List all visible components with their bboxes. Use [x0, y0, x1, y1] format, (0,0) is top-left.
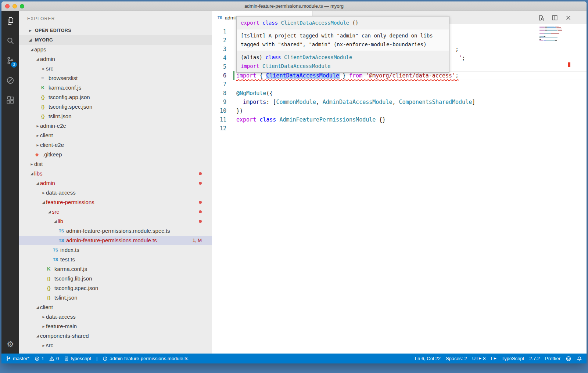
status-cursor-position[interactable]: Ln 6, Col 22 [415, 356, 441, 361]
ts-file-icon: TS [218, 16, 222, 20]
line-number-6[interactable]: 6 [212, 71, 226, 80]
chevron-expanded-icon: ◢ [29, 45, 34, 54]
tree-folder-apps[interactable]: ◢apps [19, 45, 212, 54]
hovered-symbol-link[interactable]: ClientDataAccessModule [266, 72, 339, 79]
minimap-row [539, 42, 563, 43]
branch-icon [6, 356, 11, 361]
minimap-segment [555, 40, 557, 41]
tree-file-.gitkeep[interactable]: ◆.gitkeep [19, 150, 212, 159]
tree-folder-src[interactable]: ◢src [19, 207, 212, 217]
line-number-7[interactable]: 7 [212, 80, 226, 89]
split-editor-icon[interactable] [551, 14, 558, 21]
tree-file-tsconfig.spec.json[interactable]: {}tsconfig.spec.json [19, 102, 212, 112]
close-editor-icon[interactable] [564, 14, 572, 21]
status-prettier[interactable]: Prettier [545, 356, 560, 361]
status-feedback[interactable] [566, 356, 571, 362]
code-line-8[interactable]: @NgModule({ [236, 89, 587, 98]
explorer-icon[interactable] [1, 11, 19, 31]
line-number-12[interactable]: 12 [212, 124, 226, 133]
status-git-branch[interactable]: master* [6, 356, 29, 361]
line-number-2[interactable]: 2 [212, 36, 226, 45]
status-tslint-status[interactable]: typescript [64, 356, 91, 361]
search-icon[interactable] [1, 31, 19, 51]
tree-file-tsconfig.spec.json[interactable]: {}tsconfig.spec.json [19, 283, 212, 293]
tree-folder-admin[interactable]: ◢admin [19, 54, 212, 64]
tree-item-label: tsconfig.spec.json [49, 102, 92, 112]
status-warning-count[interactable]: 0 [49, 356, 59, 361]
hover-tslint-message: [tslint] A project tagged with "admin" c… [237, 29, 449, 51]
code-line-10[interactable]: }) [236, 106, 587, 115]
tree-folder-admin[interactable]: ◢admin [19, 178, 212, 188]
minimap-segment [547, 29, 557, 29]
tree-file-tsconfig.app.json[interactable]: {}tsconfig.app.json [19, 93, 212, 102]
tree-folder-client[interactable]: ◢client [19, 303, 212, 312]
tree-file-admin-feature-permissions.module.ts[interactable]: TSadmin-feature-permissions.module.ts1, … [19, 236, 212, 245]
line-number-3[interactable]: 3 [212, 45, 226, 54]
workspace-section[interactable]: ◢ MYORG [19, 35, 212, 45]
code-line-7[interactable] [236, 80, 587, 89]
status-notifications[interactable] [577, 356, 582, 362]
chevron-expanded-icon: ◢ [35, 303, 40, 312]
open-editors-section[interactable]: ▸ OPEN EDITORS [19, 26, 212, 35]
line-number-5[interactable]: 5 [212, 62, 226, 71]
tree-file-karma.conf.js[interactable]: Kkarma.conf.js [19, 83, 212, 93]
tree-folder-src[interactable]: ▸src [19, 341, 212, 350]
tree-folder-data-access[interactable]: ▸data-access [19, 188, 212, 198]
code-line-12[interactable] [236, 124, 587, 133]
code-line-9[interactable]: imports: [CommonModule, AdminDataAccessM… [236, 98, 587, 106]
tree-file-tsconfig.lib.json[interactable]: {}tsconfig.lib.json [19, 274, 212, 283]
tree-folder-components-shared[interactable]: ◢components-shared [19, 331, 212, 341]
tree-item-label: components-shared [40, 331, 89, 341]
tree-folder-src[interactable]: ▸src [19, 64, 212, 73]
line-number-10[interactable]: 10 [212, 106, 226, 115]
status-indentation[interactable]: Spaces: 2 [446, 356, 467, 361]
tree-folder-dist[interactable]: ▸dist [19, 159, 212, 169]
tree-folder-admin-e2e[interactable]: ▸admin-e2e [19, 121, 212, 131]
file-tree: ◢apps◢admin▸src≡browserslistKkarma.conf.… [19, 45, 212, 350]
code-token: , [316, 99, 323, 105]
zoom-window-button[interactable] [20, 4, 24, 8]
tree-folder-feature-permissions[interactable]: ◢feature-permissions [19, 198, 212, 207]
tree-folder-client[interactable]: ▸client [19, 131, 212, 140]
tree-folder-data-access[interactable]: ▸data-access [19, 312, 212, 322]
status-language-mode[interactable]: TypeScript [502, 356, 524, 361]
line-number-4[interactable]: 4 [212, 54, 226, 62]
status-active-file-status[interactable]: admin-feature-permissions.module.ts [103, 356, 188, 361]
tree-folder-lib[interactable]: ◢lib [19, 217, 212, 226]
line-number-11[interactable]: 11 [212, 115, 226, 124]
debug-icon[interactable] [1, 70, 19, 90]
tree-folder-client-e2e[interactable]: ▸client-e2e [19, 140, 212, 150]
minimap[interactable] [539, 26, 563, 73]
status-encoding[interactable]: UTF-8 [472, 356, 486, 361]
close-window-button[interactable] [5, 4, 10, 8]
open-editors-label: OPEN EDITORS [35, 26, 71, 35]
source-control-icon[interactable]: 3 [1, 51, 19, 70]
tree-file-test.ts[interactable]: TStest.ts [19, 255, 212, 264]
line-number-9[interactable]: 9 [212, 98, 226, 106]
minimize-window-button[interactable] [12, 4, 17, 8]
extensions-icon[interactable] [1, 90, 19, 110]
status-typescript-version[interactable]: 2.7.2 [529, 356, 540, 361]
tree-file-browserslist[interactable]: ≡browserslist [19, 73, 212, 83]
tree-folder-libs[interactable]: ◢libs [19, 169, 212, 178]
find-in-file-icon[interactable] [537, 14, 545, 21]
tree-file-karma.conf.js[interactable]: Kkarma.conf.js [19, 264, 212, 274]
tree-folder-feature-main[interactable]: ▸feature-main [19, 322, 212, 331]
tree-file-index.ts[interactable]: TSindex.ts [19, 245, 212, 255]
status-eol[interactable]: LF [491, 356, 496, 361]
settings-gear-icon[interactable]: ⚙ [1, 340, 19, 349]
code-line-11[interactable]: export class AdminFeaturePermissionsModu… [236, 115, 587, 124]
line-number-8[interactable]: 8 [212, 89, 226, 98]
minimap-segment [545, 26, 547, 26]
status-error-count[interactable]: 1 [35, 356, 44, 361]
ts-file-icon: TS [59, 226, 66, 236]
tree-item-label: tslint.json [49, 112, 72, 121]
tree-item-label: feature-permissions [46, 198, 94, 207]
tree-file-tslint.json[interactable]: {}tslint.json [19, 112, 212, 121]
minimap-row [539, 37, 563, 38]
json-file-icon: {} [41, 93, 49, 102]
tree-file-tslint.json[interactable]: {}tslint.json [19, 293, 212, 303]
tree-file-admin-feature-permissions.module.spec.ts[interactable]: TSadmin-feature-permissions.module.spec.… [19, 226, 212, 236]
minimap-segment [539, 36, 544, 37]
line-number-1[interactable]: 1 [212, 27, 226, 36]
